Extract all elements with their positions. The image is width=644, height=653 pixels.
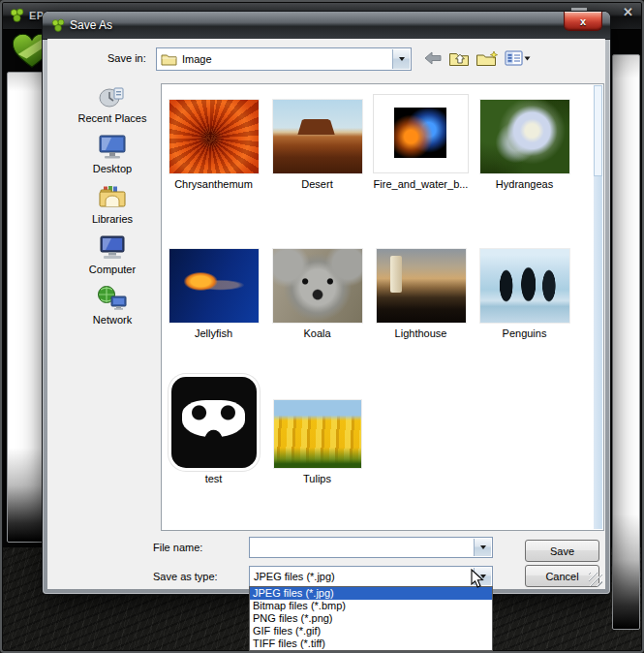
sidebar-item-libraries[interactable]: Libraries [63, 183, 162, 233]
file-item-label: Tulips [303, 473, 331, 484]
penguins-thumbnail-area [476, 247, 572, 323]
fire-image [373, 94, 469, 173]
file-item-koala[interactable]: Koala [269, 247, 365, 339]
file-list: ChrysanthemumDesertFire_and_water_b...Hy… [161, 83, 604, 531]
save-in-combobox[interactable]: Image [156, 47, 412, 71]
scrollbar[interactable] [594, 85, 602, 529]
file-item-hydrangeas[interactable]: Hydrangeas [476, 94, 572, 190]
test-thumbnail-area [166, 373, 261, 468]
screen: EPSXe ✕ Save As x Save in: [0, 0, 644, 653]
up-one-level-button[interactable] [448, 50, 470, 67]
koala-thumbnail-area [269, 247, 365, 323]
recent-places-icon [96, 82, 129, 111]
desktop-icon [96, 133, 129, 162]
filetype-option[interactable]: TIFF files (*.tiff) [250, 637, 492, 650]
file-item-label: Chrysanthemum [174, 178, 253, 190]
file-name-combobox[interactable] [249, 537, 493, 558]
filetype-option[interactable]: PNG files (*.png) [250, 612, 492, 625]
dialog-body: Save in: Image [47, 39, 605, 589]
computer-icon [96, 233, 129, 263]
chrysanthemum-thumbnail-area [166, 94, 261, 173]
file-item-label: Lighthouse [395, 327, 447, 339]
test-image [171, 377, 257, 468]
file-item-penguins[interactable]: Penguins [476, 247, 572, 339]
new-folder-button[interactable] [475, 50, 499, 67]
koala-image [273, 249, 362, 323]
sidebar-item-network[interactable]: Network [63, 284, 162, 334]
resize-grip[interactable] [589, 573, 602, 586]
save-button[interactable]: Save [525, 540, 599, 562]
desert-image [273, 100, 362, 173]
dialog-icon [51, 18, 65, 32]
file-item-label: Desert [301, 178, 332, 190]
dialog-titlebar[interactable]: Save As x [43, 12, 610, 40]
lighthouse-image [377, 249, 466, 323]
scrollbar-thumb[interactable] [594, 85, 602, 176]
save-in-dropdown-arrow[interactable] [392, 49, 410, 69]
file-item-label: Fire_and_water_b... [374, 178, 469, 190]
save-in-value: Image [182, 53, 212, 65]
app-icon [10, 8, 24, 22]
desert-thumbnail-area [269, 94, 365, 173]
tulips-thumbnail-area [269, 373, 365, 468]
hydrangeas-image [480, 100, 569, 173]
file-item-label: test [205, 473, 223, 484]
jellyfish-thumbnail-area [166, 247, 261, 323]
file-item-test[interactable]: test [166, 373, 261, 484]
save-in-label: Save in: [107, 52, 146, 64]
sidebar-item-recent-places[interactable]: Recent Places [63, 82, 162, 133]
file-item-fire[interactable]: Fire_and_water_b... [373, 94, 469, 190]
penguins-image [480, 249, 569, 323]
file-name-dropdown-arrow[interactable] [474, 539, 491, 556]
lighthouse-thumbnail-area [373, 247, 469, 323]
folder-icon [161, 52, 177, 66]
file-item-desert[interactable]: Desert [269, 94, 365, 190]
files-grid: ChrysanthemumDesertFire_and_water_b...Hy… [162, 84, 603, 530]
file-item-tulips[interactable]: Tulips [269, 373, 365, 484]
file-item-label: Hydrangeas [496, 178, 553, 190]
save-as-type-combobox[interactable]: JPEG files (*.jpg) [249, 566, 493, 587]
filetype-option[interactable]: GIF files (*.gif) [250, 625, 492, 637]
save-as-dialog: Save As x Save in: Image [43, 12, 610, 594]
chrysanthemum-image [169, 100, 259, 173]
sidebar-item-computer[interactable]: Computer [63, 233, 162, 284]
filetype-option[interactable]: Bitmap files (*.bmp) [250, 600, 492, 612]
sidebar-item-label: Desktop [93, 163, 132, 174]
file-name-label: File name: [153, 542, 202, 553]
sidebar-item-label: Computer [89, 264, 136, 275]
places-sidebar: Recent PlacesDesktopLibrariesComputerNet… [63, 82, 162, 334]
filetype-dropdown-list: JPEG files (*.jpg)Bitmap files (*.bmp)PN… [249, 586, 493, 651]
view-menu-button[interactable] [505, 50, 531, 66]
sidebar-item-label: Recent Places [78, 112, 147, 124]
file-item-lighthouse[interactable]: Lighthouse [373, 247, 469, 339]
filetype-option[interactable]: JPEG files (*.jpg) [250, 587, 492, 600]
sidebar-item-label: Network [93, 314, 132, 326]
save-as-type-label: Save as type: [153, 571, 218, 582]
hydrangeas-thumbnail-area [476, 94, 572, 173]
dialog-title: Save As [70, 18, 112, 32]
file-item-label: Penguins [503, 327, 547, 339]
file-item-label: Jellyfish [195, 327, 232, 339]
file-item-jellyfish[interactable]: Jellyfish [166, 247, 261, 339]
jellyfish-image [169, 249, 259, 323]
file-item-label: Koala [303, 327, 330, 339]
dialog-toolbar [423, 48, 531, 68]
back-button[interactable] [423, 50, 443, 66]
sidebar-item-desktop[interactable]: Desktop [63, 133, 162, 183]
save-as-type-dropdown-arrow[interactable] [474, 568, 491, 585]
network-icon [96, 284, 129, 313]
sidebar-item-label: Libraries [92, 213, 133, 225]
app-close-icon[interactable]: ✕ [623, 5, 633, 19]
fire-thumbnail-area [373, 94, 469, 173]
file-name-input[interactable] [252, 539, 469, 556]
tulips-image [274, 400, 361, 468]
libraries-icon [96, 183, 129, 212]
file-item-chrysanthemum[interactable]: Chrysanthemum [166, 94, 261, 190]
dialog-close-button[interactable]: x [564, 12, 602, 31]
save-as-type-value: JPEG files (*.jpg) [254, 571, 335, 582]
app-right-panel [612, 54, 640, 630]
